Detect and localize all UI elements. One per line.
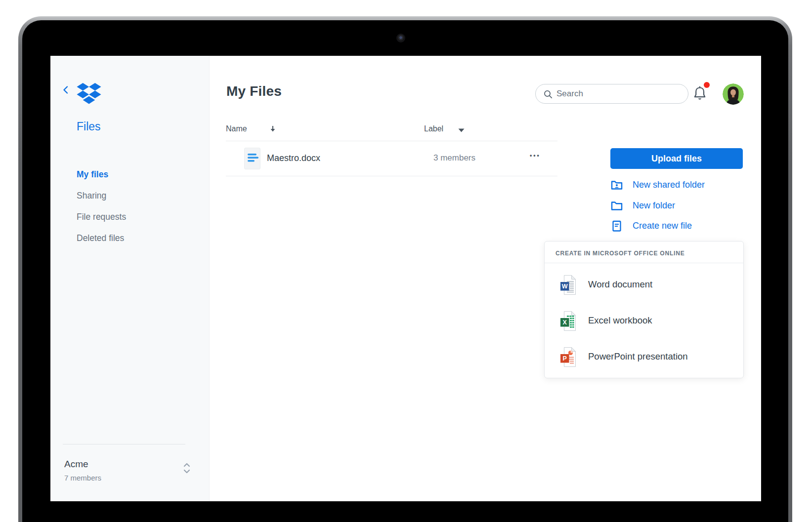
menu-item-excel-workbook[interactable]: X Excel workbook (545, 303, 743, 339)
word-icon: W (560, 275, 577, 295)
create-new-file-link[interactable]: Create new file (611, 220, 749, 234)
file-name: Maestro.docx (267, 153, 320, 163)
new-shared-folder-label: New shared folder (633, 180, 705, 190)
sidebar-section-title: Files (77, 120, 101, 133)
new-shared-folder-link[interactable]: New shared folder (611, 179, 749, 193)
sidebar-collapse-icon[interactable] (62, 85, 69, 94)
folder-icon (611, 200, 623, 211)
powerpoint-icon: P (560, 347, 577, 367)
search-input[interactable] (556, 85, 683, 103)
user-avatar[interactable] (723, 83, 744, 105)
word-document-label: Word document (588, 279, 652, 290)
bell-icon[interactable] (693, 85, 707, 101)
webcam-icon (396, 34, 405, 42)
table-row-divider (226, 176, 557, 176)
dropbox-logo[interactable] (77, 83, 101, 104)
menu-item-word-document[interactable]: W Word document (545, 267, 743, 303)
column-header-name[interactable]: Name (226, 124, 247, 133)
excel-workbook-label: Excel workbook (588, 315, 652, 326)
svg-text:W: W (562, 283, 568, 290)
new-folder-label: New folder (633, 201, 675, 211)
file-members-label: 3 members (433, 153, 475, 163)
sidebar-item-deleted-files[interactable]: Deleted files (77, 228, 126, 249)
document-icon (244, 148, 260, 169)
office-online-menu: CREATE IN MICROSOFT OFFICE ONLINE W Word… (544, 241, 744, 378)
search-icon (543, 89, 553, 99)
sidebar-divider (63, 444, 185, 444)
shared-folder-icon (611, 179, 623, 190)
menu-item-powerpoint-presentation[interactable]: P PowerPoint presentation (545, 339, 743, 375)
notification-dot (704, 82, 710, 88)
powerpoint-presentation-label: PowerPoint presentation (588, 351, 688, 362)
new-file-icon (611, 220, 623, 232)
table-row[interactable]: Maestro.docx 3 members ••• (226, 141, 557, 176)
sidebar-item-sharing[interactable]: Sharing (77, 185, 126, 206)
sidebar-item-file-requests[interactable]: File requests (77, 206, 126, 228)
create-new-file-label: Create new file (633, 221, 692, 231)
team-name: Acme (64, 459, 88, 470)
page-title: My Files (226, 83, 282, 99)
upload-files-button[interactable]: Upload files (610, 148, 743, 169)
up-down-chevrons-icon[interactable] (183, 462, 191, 475)
office-menu-divider (545, 263, 743, 263)
sort-descending-icon[interactable] (269, 125, 276, 132)
search-box (535, 84, 688, 104)
dropbox-app-window: Files My files Sharing File requests Del… (50, 56, 761, 501)
new-folder-link[interactable]: New folder (611, 200, 749, 213)
excel-icon: X (560, 311, 577, 331)
team-member-count: 7 members (64, 474, 101, 482)
caret-down-icon[interactable] (458, 128, 465, 132)
sidebar-nav: My files Sharing File requests Deleted f… (77, 164, 126, 249)
sidebar: Files My files Sharing File requests Del… (50, 56, 210, 501)
sidebar-item-my-files[interactable]: My files (77, 164, 126, 185)
svg-text:P: P (563, 355, 567, 362)
office-menu-header: CREATE IN MICROSOFT OFFICE ONLINE (556, 250, 685, 257)
more-options-icon[interactable]: ••• (530, 152, 541, 159)
column-header-label[interactable]: Label (424, 124, 443, 133)
svg-text:X: X (563, 319, 567, 326)
